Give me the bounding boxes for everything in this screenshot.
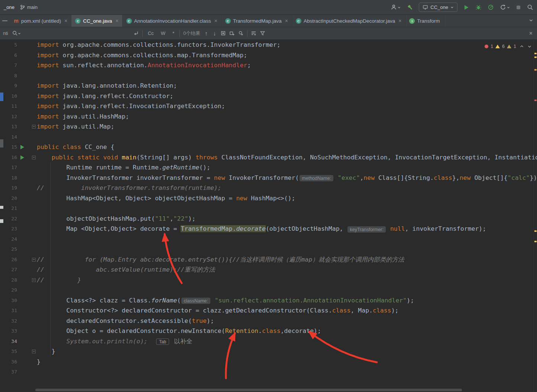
horizontal-scrollbar[interactable] — [35, 389, 462, 391]
code-text[interactable]: import java.lang.reflect.Constructor; — [37, 91, 174, 101]
code-text[interactable]: declaredConstructor.setAccessible(true); — [37, 316, 214, 326]
code-token: declaredConstructor.setAccessible( — [37, 317, 192, 324]
search-everywhere-icon[interactable] — [527, 4, 533, 10]
filter-icon[interactable] — [260, 30, 265, 36]
search-input[interactable] — [24, 29, 130, 38]
match-case-toggle[interactable]: Cc — [146, 30, 156, 37]
fold-icon[interactable]: − — [32, 350, 36, 353]
code-text[interactable]: // for (Map.Entry abc:decorate.entrySet(… — [37, 255, 404, 265]
code-text[interactable]: // abc.setValue(runtime);//重写的方法 — [37, 265, 215, 275]
editor-tab[interactable]: mpom.xml (untitled)× — [10, 15, 71, 27]
inspections-widget[interactable]: 1 6 1 — [485, 44, 532, 49]
run-gutter-icon[interactable] — [20, 145, 24, 149]
close-icon[interactable]: × — [528, 30, 534, 37]
stripe-mark[interactable] — [534, 69, 537, 71]
hidden-tabs-chevron-icon[interactable] — [529, 17, 533, 24]
close-icon[interactable]: × — [64, 18, 67, 24]
code-text[interactable]: objectObjectHashMap.put("11","22"); — [37, 214, 195, 224]
code-token — [37, 154, 52, 161]
weak-warning-icon — [507, 45, 511, 48]
close-icon[interactable]: × — [285, 18, 288, 24]
fold-icon[interactable]: − — [32, 258, 36, 262]
fold-icon[interactable]: − — [32, 278, 36, 282]
code-text[interactable]: // invokerTransformer.transform(runtime)… — [37, 183, 221, 193]
code-text[interactable]: import java.lang.annotation.Retention; — [37, 81, 177, 91]
close-icon[interactable]: × — [214, 18, 217, 24]
select-all-occurrences-icon[interactable] — [220, 30, 226, 36]
code-text[interactable]: HashMap<Object, Object> objectObjectHash… — [37, 193, 295, 204]
code-text[interactable]: import java.lang.reflect.InvocationTarge… — [37, 101, 225, 111]
debug-icon[interactable] — [475, 4, 482, 10]
code-text[interactable]: Object o = declaredConstructor.newInstan… — [37, 326, 321, 336]
prev-problem-icon[interactable] — [520, 44, 524, 49]
editor-tab[interactable]: CCC_one.java× — [71, 15, 122, 27]
project-name[interactable]: _one — [4, 4, 14, 10]
code-token: import — [37, 82, 59, 89]
fold-icon[interactable]: − — [32, 125, 36, 129]
user-icon[interactable] — [391, 4, 401, 10]
filter-lines-icon[interactable] — [251, 30, 256, 36]
warning-count: 6 — [502, 44, 505, 49]
code-text[interactable]: System.out.println(o); Tab 以补全 — [37, 336, 193, 347]
close-icon[interactable]: × — [116, 18, 119, 24]
run-icon[interactable] — [463, 4, 469, 10]
stripe-mark[interactable] — [534, 100, 537, 101]
code-token: , invokerTransformer); — [405, 225, 486, 232]
code-text[interactable]: public class CC_one { — [37, 142, 114, 152]
code-text[interactable]: Class<?> clazz = Class.forName(className… — [37, 295, 414, 306]
run-gutter-icon[interactable] — [20, 155, 24, 160]
code-token — [148, 338, 155, 345]
run-configuration-select[interactable]: CC_one — [419, 3, 457, 12]
code-text[interactable]: public static void main(String[] args) t… — [37, 152, 537, 163]
editor-pane[interactable]: 5import org.apache.commons.collections.f… — [0, 40, 537, 392]
stop-icon[interactable] — [516, 5, 521, 10]
code-token: InvokerTransformer( — [225, 174, 299, 181]
code-text[interactable]: // } — [37, 275, 81, 285]
code-text[interactable]: import java.util.Map; — [37, 122, 114, 132]
code-text[interactable]: Constructor<?> declaredConstructor = cla… — [37, 305, 399, 316]
warning-icon — [495, 45, 500, 48]
stripe-mark[interactable] — [534, 230, 537, 232]
code-text[interactable]: } — [37, 357, 41, 367]
code-token: Class<?> clazz = Class. — [37, 297, 151, 304]
newline-icon[interactable] — [133, 30, 139, 36]
build-icon[interactable] — [407, 4, 413, 10]
add-occurrence-icon[interactable] — [238, 30, 244, 36]
inlay-parameter-hint: methodName: — [300, 175, 333, 181]
gutter-icons — [17, 305, 37, 316]
editor-tab[interactable]: CAnnotationInvocationHandler.class× — [123, 15, 221, 27]
code-text[interactable]: import org.apache.commons.collections.ma… — [37, 50, 247, 61]
stripe-mark[interactable] — [534, 53, 537, 54]
coverage-icon[interactable] — [488, 4, 494, 10]
regex-toggle[interactable]: * — [171, 30, 176, 37]
error-stripe[interactable] — [534, 40, 537, 392]
editor-tab[interactable]: CAbstractInputCheckedMapDecorator.java× — [292, 15, 405, 27]
code-text[interactable]: InvokerTransformer invokerTransformer = … — [37, 173, 537, 183]
code-token: class — [434, 174, 452, 181]
code-text[interactable]: import sun.reflect.annotation.Annotation… — [37, 60, 251, 71]
stripe-mark[interactable] — [534, 241, 537, 242]
code-token: new — [214, 174, 225, 181]
stripe-mark[interactable] — [534, 56, 537, 58]
words-toggle[interactable]: W — [159, 30, 167, 37]
close-icon[interactable]: × — [398, 18, 401, 24]
prev-occurrence-icon[interactable]: ↑ — [204, 30, 209, 36]
search-icon[interactable] — [12, 30, 21, 36]
code-text[interactable]: } — [37, 346, 55, 357]
rerun-icon[interactable] — [500, 4, 510, 10]
code-token: , — [360, 174, 363, 181]
code-token: import — [37, 93, 59, 100]
editor-tab[interactable]: ITransform — [405, 15, 444, 27]
tabs-dash-icon[interactable] — [2, 20, 7, 21]
fold-icon[interactable]: − — [32, 156, 36, 159]
code-text[interactable]: Map <Object,Object> decorate = Transform… — [37, 224, 486, 234]
code-text[interactable]: import org.apache.commons.collections.fu… — [37, 40, 281, 50]
next-occurrence-icon[interactable]: ↓ — [212, 30, 217, 36]
code-text[interactable]: Runtime runtime = Runtime.getRuntime(); — [37, 162, 210, 173]
code-text[interactable]: import java.util.HashMap; — [37, 111, 129, 122]
editor-tab[interactable]: CTransformedMap.java× — [221, 15, 292, 27]
next-problem-icon[interactable] — [527, 44, 532, 49]
gutter-icons: − — [17, 122, 37, 132]
add-selection-icon[interactable] — [229, 30, 235, 36]
git-branch-widget[interactable]: main — [20, 4, 38, 10]
